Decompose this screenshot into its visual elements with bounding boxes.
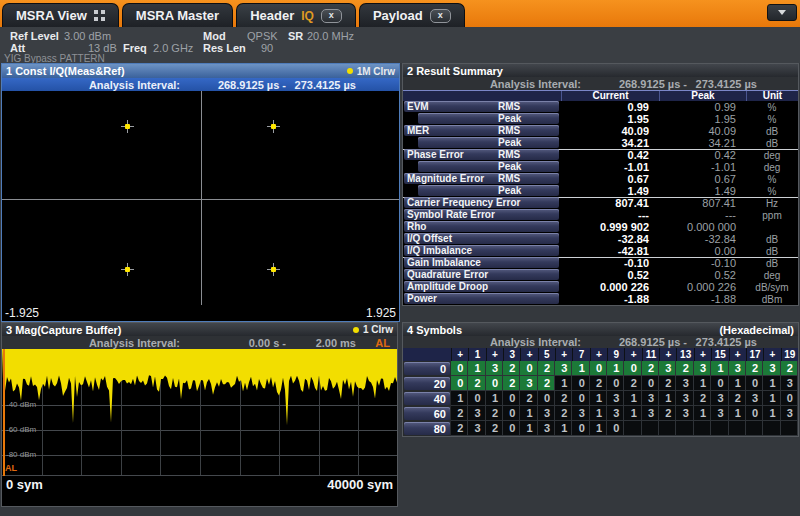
trace-legend[interactable]: 1 Clrw — [353, 324, 393, 335]
symbol-cell — [694, 421, 711, 436]
close-icon[interactable]: x — [430, 9, 451, 23]
grid-view-icon[interactable] — [94, 10, 105, 21]
symbol-cell: 0 — [746, 376, 763, 391]
tab-header-iq-badge[interactable]: IQ — [301, 9, 314, 23]
symbol-cell: 3 — [642, 406, 659, 421]
close-icon[interactable]: x — [321, 9, 342, 23]
symbols-col-header: 17 — [746, 348, 763, 361]
constellation-x-labels: -1.925 1.925 — [2, 305, 399, 321]
symbol-cell: 2 — [659, 406, 676, 421]
symbol-cell: 3 — [486, 361, 503, 376]
constellation-point — [267, 120, 280, 133]
freq-value[interactable]: 2.0 GHz — [153, 42, 193, 54]
symbol-cell: 1 — [607, 361, 624, 376]
constellation-plot — [2, 91, 399, 305]
result-current-value: -0.10 — [561, 257, 659, 269]
column-header-current: Current — [561, 91, 659, 101]
symbol-cell: 1 — [572, 361, 589, 376]
symbols-col-header: + — [555, 348, 572, 361]
result-row-label: Quadrature Error — [403, 269, 561, 281]
sr-value[interactable]: 20.0 MHz — [307, 30, 354, 42]
axis-line-vertical — [201, 91, 202, 305]
symbol-cell: 0 — [607, 376, 624, 391]
trace-label: 1 Clrw — [363, 324, 393, 335]
symbol-cell: 2 — [642, 361, 659, 376]
symbols-row-label: 80 — [403, 421, 451, 436]
analysis-interval-to: 2.00 ms — [286, 337, 356, 349]
symbol-cell: 2 — [503, 376, 520, 391]
axis-line-horizontal — [2, 199, 399, 200]
symbol-cell: 3 — [538, 421, 555, 436]
tab-msra-master[interactable]: MSRA Master — [122, 3, 233, 27]
result-current-value: -1.88 — [561, 293, 659, 305]
symbols-row-label: 60 — [403, 406, 451, 421]
result-summary-titlebar[interactable]: 2 Result Summary — [403, 64, 798, 77]
symbol-cell — [746, 421, 763, 436]
res-len-value[interactable]: 90 — [261, 42, 273, 54]
result-unit: dBm — [746, 294, 798, 305]
result-row: Magnitude ErrorRMS0.670.67% — [403, 173, 798, 185]
result-row: Rho0.999 9020.000 000 — [403, 221, 798, 233]
analysis-interval-from: 268.9125 µs - — [581, 78, 687, 90]
result-unit: dB — [746, 246, 798, 257]
analysis-interval-bar: Analysis Interval: 268.9125 µs - 273.412… — [403, 77, 798, 90]
result-current-value: -42.81 — [561, 245, 659, 257]
result-peak-value: 0.99 — [659, 101, 746, 113]
window-list-dropdown-button[interactable] — [767, 4, 797, 21]
analysis-interval-label: Analysis Interval: — [2, 79, 180, 91]
symbol-cell: 0 — [607, 421, 624, 436]
tab-msra-view[interactable]: MSRA View — [2, 3, 119, 27]
symbols-col-header: + — [694, 348, 711, 361]
result-peak-value: 807.41 — [659, 197, 746, 209]
symbol-cell — [642, 421, 659, 436]
symbol-cell: 2 — [555, 406, 572, 421]
symbols-titlebar[interactable]: 4 Symbols (Hexadecimal) — [403, 323, 798, 336]
symbol-cell: 1 — [590, 391, 607, 406]
tab-header[interactable]: Header IQ x — [236, 3, 356, 27]
mag-titlebar[interactable]: 3 Mag(Capture Buffer) 1 Clrw — [2, 323, 397, 336]
symbol-cell — [624, 421, 641, 436]
mag-window: 3 Mag(Capture Buffer) 1 Clrw Analysis In… — [1, 322, 398, 507]
symbol-cell: 0 — [520, 361, 537, 376]
symbol-cell: 1 — [659, 391, 676, 406]
symbol-cell: 0 — [451, 376, 468, 391]
symbols-col-header: + — [590, 348, 607, 361]
result-row: EVMRMS0.990.99% — [403, 101, 798, 113]
symbol-cell: 0 — [590, 361, 607, 376]
symbol-cell: 2 — [503, 361, 520, 376]
symbol-cell: 3 — [781, 376, 798, 391]
symbol-cell: 2 — [451, 406, 468, 421]
result-row-label: Rho — [403, 221, 561, 233]
result-row-label: Symbol Rate Error — [403, 209, 561, 221]
symbols-col-header: 13 — [676, 348, 693, 361]
mod-value[interactable]: QPSK — [247, 30, 278, 42]
trace-legend[interactable]: 1M Clrw — [347, 66, 395, 77]
column-header-unit: Unit — [746, 91, 798, 101]
analysis-interval-bar: Analysis Interval: 0.00 s - 2.00 ms AL — [2, 336, 397, 349]
symbols-col-header: 9 — [607, 348, 624, 361]
symbol-cell: 0 — [503, 421, 520, 436]
result-unit: dB/sym — [746, 282, 798, 293]
result-summary-window: 2 Result Summary Analysis Interval: 268.… — [402, 63, 799, 306]
symbols-col-header: 5 — [538, 348, 555, 361]
symbols-row: 6023201323131323131013 — [403, 406, 798, 421]
symbol-cell — [763, 421, 780, 436]
result-unit: % — [746, 114, 798, 125]
ref-level-value[interactable]: 3.00 dBm — [64, 30, 111, 42]
result-unit: deg — [746, 150, 798, 161]
result-row-label: Amplitude Droop — [403, 281, 561, 293]
result-unit: ppm — [746, 210, 798, 221]
result-row-label: EVMRMS — [403, 101, 561, 113]
symbol-cell — [781, 421, 798, 436]
const-window-titlebar[interactable]: 1 Const I/Q(Meas&Ref) 1M Clrw — [2, 64, 399, 78]
result-peak-value: --- — [659, 209, 746, 221]
result-row: Power-1.88-1.88dBm — [403, 293, 798, 305]
symbol-cell: 1 — [624, 406, 641, 421]
symbol-cell: 3 — [538, 406, 555, 421]
result-peak-value: 0.000 000 — [659, 221, 746, 233]
constellation-point — [121, 120, 134, 133]
result-current-value: 0.42 — [561, 149, 659, 161]
tab-payload[interactable]: Payload x — [359, 3, 465, 27]
result-peak-value: -1.01 — [659, 161, 746, 173]
result-peak-value: 1.95 — [659, 113, 746, 125]
